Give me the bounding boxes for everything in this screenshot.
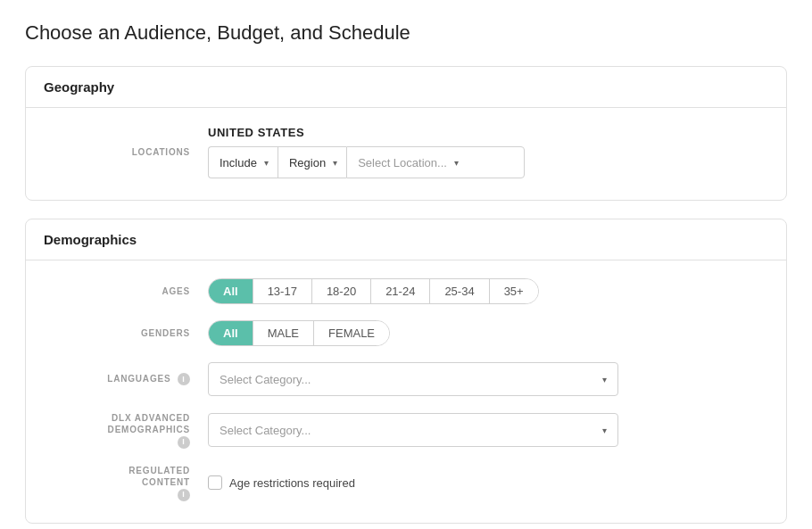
location-dropdown-placeholder: Select Location... <box>358 156 447 169</box>
age-pill-18-20[interactable]: 18-20 <box>312 279 371 303</box>
dlx-info-icon[interactable]: i <box>178 436 190 449</box>
languages-info-icon[interactable]: i <box>178 373 190 385</box>
include-dropdown-label: Include <box>220 156 257 169</box>
languages-chevron-icon: ▾ <box>602 375 607 384</box>
country-label: UNITED STATES <box>208 126 525 139</box>
location-chevron-icon: ▾ <box>454 158 459 168</box>
page-title: Choose an Audience, Budget, and Schedule <box>25 21 787 45</box>
region-dropdown-label: Region <box>289 156 326 169</box>
geography-section-header: Geography <box>26 67 786 108</box>
genders-content: All MALE FEMALE <box>208 320 765 346</box>
languages-label: LANGUAGES i <box>47 373 190 385</box>
ages-field-row: AGES All 13-17 18-20 21-24 25-34 35+ <box>47 278 765 304</box>
regulated-checkbox-label: Age restrictions required <box>229 476 355 490</box>
age-pill-21-24[interactable]: 21-24 <box>371 279 430 303</box>
genders-label: GENDERS <box>47 327 190 340</box>
regulated-checkbox[interactable] <box>208 475 222 490</box>
demographics-section: Demographics AGES All 13-17 18-20 21-24 … <box>25 219 787 524</box>
ages-label: AGES <box>47 285 190 298</box>
age-pill-all[interactable]: All <box>209 279 253 303</box>
location-selects: Include ▾ Region ▾ Select Location... ▾ <box>208 146 525 178</box>
dlx-field-row: DLX ADVANCEDDEMOGRAPHICS i Select Catego… <box>47 412 765 449</box>
age-pill-25-34[interactable]: 25-34 <box>430 279 489 303</box>
gender-pill-female[interactable]: FEMALE <box>314 321 389 345</box>
geography-section: Geography LOCATIONS UNITED STATES Includ… <box>25 66 787 201</box>
dlx-chevron-icon: ▾ <box>602 426 607 435</box>
locations-field-row: LOCATIONS UNITED STATES Include ▾ Region… <box>47 126 765 178</box>
age-pill-13-17[interactable]: 13-17 <box>253 279 312 303</box>
regulated-label: REGULATEDCONTENT i <box>47 465 190 501</box>
languages-field-row: LANGUAGES i Select Category... ▾ <box>47 362 765 396</box>
regulated-checkbox-row: Age restrictions required <box>208 475 355 490</box>
locations-content: UNITED STATES Include ▾ Region ▾ Select … <box>208 126 765 178</box>
age-pill-35plus[interactable]: 35+ <box>490 279 538 303</box>
dlx-placeholder: Select Category... <box>220 424 311 437</box>
region-chevron-icon: ▾ <box>333 158 337 168</box>
location-group: UNITED STATES Include ▾ Region ▾ Select … <box>208 126 525 178</box>
regulated-field-row: REGULATEDCONTENT i Age restrictions requ… <box>47 465 765 501</box>
languages-content: Select Category... ▾ <box>208 362 765 396</box>
regulated-info-icon[interactable]: i <box>178 489 190 501</box>
ages-content: All 13-17 18-20 21-24 25-34 35+ <box>208 278 765 304</box>
locations-label: LOCATIONS <box>47 146 190 159</box>
demographics-section-header: Demographics <box>26 219 786 260</box>
include-chevron-icon: ▾ <box>264 158 269 168</box>
dlx-content: Select Category... ▾ <box>208 413 765 447</box>
regulated-content: Age restrictions required <box>208 475 765 490</box>
gender-pill-male[interactable]: MALE <box>253 321 314 345</box>
include-dropdown[interactable]: Include ▾ <box>208 146 278 178</box>
genders-field-row: GENDERS All MALE FEMALE <box>47 320 765 346</box>
location-dropdown[interactable]: Select Location... ▾ <box>346 146 525 178</box>
ages-pill-group: All 13-17 18-20 21-24 25-34 35+ <box>208 278 539 304</box>
gender-pill-all[interactable]: All <box>209 321 253 345</box>
dlx-label: DLX ADVANCEDDEMOGRAPHICS i <box>47 412 190 449</box>
languages-dropdown[interactable]: Select Category... ▾ <box>208 362 618 396</box>
region-dropdown[interactable]: Region ▾ <box>278 146 346 178</box>
languages-placeholder: Select Category... <box>220 373 311 386</box>
genders-pill-group: All MALE FEMALE <box>208 320 390 346</box>
dlx-dropdown[interactable]: Select Category... ▾ <box>208 413 618 447</box>
